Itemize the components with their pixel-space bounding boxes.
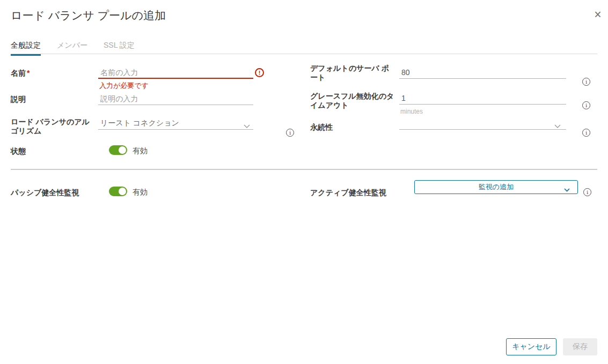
description-input[interactable] <box>98 94 253 105</box>
add-monitor-button[interactable]: 監視の追加 <box>414 180 578 194</box>
state-label: 状態 <box>11 147 96 156</box>
toggle-knob <box>119 146 126 154</box>
chevron-down-icon <box>554 122 561 130</box>
chevron-down-icon <box>564 185 570 194</box>
close-icon[interactable]: × <box>590 7 605 22</box>
passive-health-toggle[interactable] <box>109 187 127 196</box>
persistence-info-icon[interactable]: i <box>582 129 590 137</box>
add-monitor-button-label: 監視の追加 <box>479 182 514 192</box>
default-server-port-input[interactable] <box>399 68 566 79</box>
error-alert-icon: ! <box>255 68 264 77</box>
graceful-timeout-label: グレースフル無効化のタイムアウト <box>310 92 395 110</box>
default-server-port-info-icon[interactable]: i <box>582 78 590 86</box>
graceful-timeout-info-icon[interactable]: i <box>582 101 590 109</box>
active-health-label: アクティブ健全性監視 <box>310 188 407 197</box>
add-load-balancer-pool-dialog: ロード バランサ プールの追加 × 全般設定 メンバー SSL 設定 名前* !… <box>0 0 608 364</box>
active-health-info-icon[interactable]: i <box>583 188 591 196</box>
cancel-button[interactable]: キャンセル <box>506 338 556 355</box>
section-divider <box>11 169 597 170</box>
passive-health-label: パッシブ健全性監視 <box>11 188 102 197</box>
toggle-knob <box>119 188 126 195</box>
chevron-down-icon <box>244 122 250 130</box>
algorithm-selected-value: リースト コネクション <box>100 118 179 127</box>
graceful-timeout-input[interactable] <box>399 93 566 105</box>
state-toggle-status: 有効 <box>133 146 148 156</box>
algorithm-info-icon[interactable]: i <box>286 129 294 137</box>
algorithm-label: ロード バランサのアルゴリズム <box>11 117 96 136</box>
persistence-label: 永続性 <box>310 123 395 132</box>
tab-divider <box>11 54 597 54</box>
name-label: 名前* <box>11 69 96 78</box>
passive-health-toggle-status: 有効 <box>133 188 148 197</box>
algorithm-select[interactable]: リースト コネクション <box>98 117 253 130</box>
state-toggle[interactable] <box>109 145 127 155</box>
default-server-port-label: デフォルトのサーバ ポート <box>310 64 395 82</box>
description-label: 説明 <box>11 95 96 104</box>
dialog-footer: キャンセル 保存 <box>506 338 597 355</box>
save-button[interactable]: 保存 <box>563 338 597 355</box>
page-title: ロード バランサ プールの追加 <box>11 8 166 23</box>
persistence-select[interactable] <box>399 117 566 130</box>
required-marker: * <box>27 69 30 77</box>
graceful-timeout-unit: minutes <box>400 108 423 115</box>
name-input[interactable] <box>98 68 253 79</box>
name-error-message: 入力が必要です <box>99 81 149 91</box>
